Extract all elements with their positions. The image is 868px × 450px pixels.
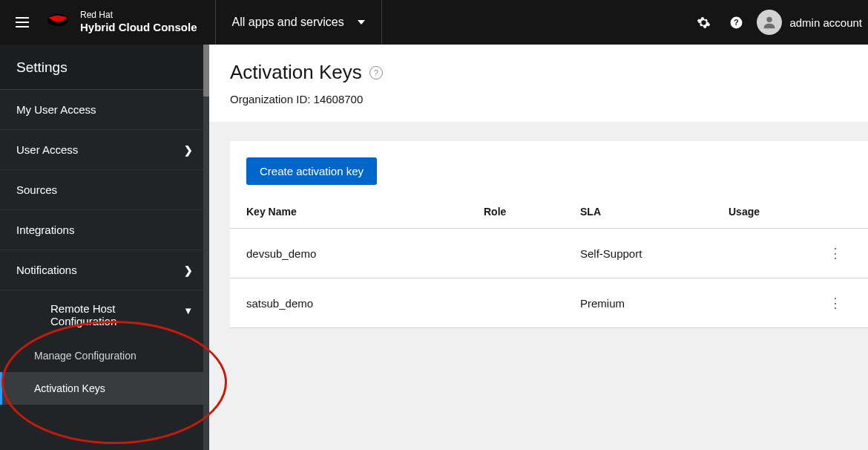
sidebar-item[interactable]: My User Access [0,90,209,130]
scrollbar[interactable] [203,45,209,450]
col-header-role[interactable]: Role [484,206,580,218]
question-circle-icon: ? [729,16,743,30]
sidebar-item[interactable]: Notifications❯ [0,250,209,290]
col-header-usage[interactable]: Usage [729,206,819,218]
brand-text: Red Hat Hybrid Cloud Console [80,10,197,33]
sidebar-item-label: Notifications [16,264,77,276]
sidebar-sub-item[interactable]: Activation Keys [0,372,209,405]
gear-icon [697,16,711,30]
cell-sla: Self-Support [580,247,729,260]
chevron-down-icon: ▼ [183,305,193,316]
settings-button[interactable] [687,0,720,45]
chevron-right-icon: ❯ [184,264,193,276]
col-header-name[interactable]: Key Name [246,206,484,218]
divider [381,0,382,45]
account-name[interactable]: admin account [782,16,868,29]
hamburger-menu-button[interactable] [0,0,45,45]
table-row: devsub_demoSelf-Support⋮ [230,229,868,278]
kebab-menu-button[interactable]: ⋮ [819,245,852,261]
table-header: Key Name Role SLA Usage [230,198,868,229]
svg-point-1 [49,16,67,19]
sidebar-item-remote-host-config[interactable]: Remote Host Configuration ▼ [0,290,209,339]
brand-sub: Red Hat [80,10,197,21]
activation-keys-table: Key Name Role SLA Usage devsub_demoSelf-… [230,198,868,328]
help-button[interactable]: ? [720,0,752,45]
sidebar: Settings My User AccessUser Access❯Sourc… [0,45,209,450]
sidebar-sub-item[interactable]: Manage Configuration [0,339,209,372]
user-icon [761,14,777,30]
page-title: Activation Keys [230,61,362,84]
col-header-actions [819,206,852,218]
cell-name: devsub_demo [246,247,484,260]
brand-logo[interactable]: Red Hat Hybrid Cloud Console [45,10,215,33]
content-card: Create activation key Key Name Role SLA … [230,141,868,328]
main-content: Activation Keys ? Organization ID: 14608… [209,45,868,450]
cell-name: satsub_demo [246,297,484,310]
sidebar-item-label: Sources [16,183,57,196]
hamburger-icon [13,13,31,31]
topbar: Red Hat Hybrid Cloud Console All apps an… [0,0,868,45]
sidebar-item-label: My User Access [16,103,96,116]
cell-sla: Premium [580,297,729,310]
svg-point-4 [767,17,772,22]
sidebar-heading: Settings [0,45,209,90]
redhat-fedora-icon [45,11,71,33]
sidebar-item[interactable]: User Access❯ [0,130,209,170]
page-header: Activation Keys ? Organization ID: 14608… [209,45,868,122]
col-header-sla[interactable]: SLA [580,206,729,218]
table-row: satsub_demoPremium⋮ [230,278,868,328]
kebab-menu-button[interactable]: ⋮ [819,295,852,311]
create-activation-key-button[interactable]: Create activation key [246,157,377,185]
apps-dropdown-label: All apps and services [232,16,344,29]
apps-dropdown[interactable]: All apps and services [216,0,381,45]
org-id-value: 14608700 [314,93,364,105]
svg-text:?: ? [734,18,739,27]
caret-down-icon [358,20,365,25]
sidebar-item-label: User Access [16,143,78,156]
org-id-label: Organization ID: [230,93,310,105]
brand-main: Hybrid Cloud Console [80,21,197,33]
chevron-right-icon: ❯ [184,144,193,156]
org-id: Organization ID: 14608700 [230,93,868,105]
sidebar-item-label: Remote Host Configuration [50,302,154,327]
scrollbar-thumb[interactable] [203,45,209,97]
help-icon[interactable]: ? [369,66,383,79]
avatar[interactable] [757,10,782,35]
sidebar-item[interactable]: Integrations [0,210,209,250]
sidebar-item-label: Integrations [16,224,74,236]
sidebar-item[interactable]: Sources [0,170,209,210]
